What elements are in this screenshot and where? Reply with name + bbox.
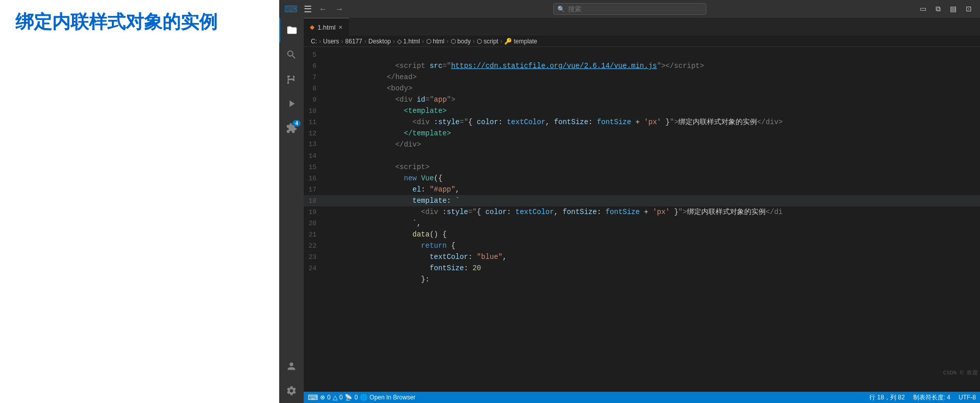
- tabbar: ◆ 1.html ✕: [304, 18, 980, 36]
- hamburger-menu-icon[interactable]: ☰: [304, 4, 312, 15]
- sidebar-item-source-control[interactable]: [279, 67, 304, 91]
- code-line-18: 18 <div :style="{ color: textColor, font…: [304, 195, 980, 206]
- code-line-17: 17 template: `: [304, 184, 980, 195]
- code-line-22: 22 textColor: "blue",: [304, 240, 980, 251]
- statusbar: ⌨ ⊗ 0 △ 0 📡 0 🌐 Open In Browser: [304, 392, 980, 403]
- tab-label: 1.html: [317, 23, 335, 31]
- ports-status[interactable]: 📡 0: [345, 394, 358, 401]
- ports-count: 0: [354, 394, 358, 401]
- vscode-icon-status: ⌨: [308, 393, 318, 401]
- layout-icon-4[interactable]: ⊡: [963, 4, 975, 14]
- code-line-9: 9 <template>: [304, 94, 980, 105]
- code-line-14: 14 <script>: [304, 150, 980, 161]
- vscode-editor: ⌨ ☰ ← → 🔍 ▭ ⧉ ▤ ⊡: [279, 0, 980, 403]
- error-count: 0: [327, 394, 331, 401]
- search-input[interactable]: [553, 3, 706, 15]
- tab-1html[interactable]: ◆ 1.html ✕: [304, 18, 349, 36]
- code-line-8: 8 <div id="app">: [304, 83, 980, 94]
- code-line-5: 5 <script src="https://cdn.staticfile.or…: [304, 49, 980, 60]
- code-line-24: 24 }:: [304, 263, 980, 274]
- sidebar-item-explorer[interactable]: [279, 18, 304, 42]
- statusbar-left: ⌨ ⊗ 0 △ 0 📡 0 🌐 Open In Browser: [308, 393, 415, 401]
- html-file-icon: ◆: [310, 23, 314, 31]
- extensions-badge: 4: [292, 120, 301, 127]
- code-line-21: 21 return {: [304, 229, 980, 240]
- tab-close-button[interactable]: ✕: [338, 25, 342, 30]
- layout-icon-3[interactable]: ▤: [947, 4, 960, 14]
- code-editor[interactable]: 5 <script src="https://cdn.staticfile.or…: [304, 47, 980, 392]
- titlebar-center: 🔍: [351, 3, 909, 15]
- open-browser-label: Open In Browser: [370, 394, 415, 401]
- forward-button[interactable]: →: [332, 4, 347, 15]
- code-line-16: 16 el: "#app",: [304, 173, 980, 184]
- antenna-icon: 📡: [345, 394, 352, 401]
- globe-icon: 🌐: [360, 394, 368, 401]
- layout-icon-1[interactable]: ▭: [917, 4, 929, 14]
- nav-arrows: ← →: [316, 4, 347, 15]
- sidebar-item-extensions[interactable]: 4: [279, 116, 304, 140]
- back-button[interactable]: ←: [316, 4, 330, 15]
- activity-bar: 4: [279, 18, 304, 403]
- page-title: 绑定内联样式对象的实例: [15, 10, 217, 34]
- sidebar-item-account[interactable]: [279, 354, 304, 378]
- search-icon: 🔍: [557, 6, 565, 13]
- error-icon: ⊗: [320, 394, 325, 401]
- warning-icon: △: [333, 394, 337, 401]
- search-wrapper: 🔍: [553, 3, 706, 15]
- errors-status[interactable]: ⊗ 0 △ 0: [320, 394, 342, 401]
- statusbar-right: 行 18，列 82 制表符长度: 4 UTF-8: [869, 393, 976, 402]
- vscode-logo-icon: ⌨: [284, 4, 298, 15]
- code-line-10: 10 <div :style="{ color: textColor, font…: [304, 105, 980, 116]
- sidebar-item-run[interactable]: [279, 91, 304, 116]
- watermark: CSDN © 欢迎: [943, 367, 978, 378]
- open-in-browser-status[interactable]: 🌐 Open In Browser: [360, 394, 415, 401]
- code-line-15: 15 new Vue({: [304, 161, 980, 173]
- titlebar: ⌨ ☰ ← → 🔍 ▭ ⧉ ▤ ⊡: [279, 0, 980, 18]
- cursor-position[interactable]: 行 18，列 82: [869, 393, 904, 402]
- window-controls: ▭ ⧉ ▤ ⊡: [917, 4, 975, 14]
- editor-main: 4 ◆ 1.html ✕ C: ›: [279, 18, 980, 403]
- left-title-area: 绑定内联样式对象的实例: [0, 0, 276, 403]
- sidebar-item-search[interactable]: [279, 42, 304, 67]
- breadcrumb: C: › Users › 86177 › Desktop › ◇ 1.html …: [304, 36, 980, 47]
- code-line-23: 23 fontSize: 20: [304, 251, 980, 263]
- sidebar-item-settings[interactable]: [279, 378, 304, 403]
- layout-icon-2[interactable]: ⧉: [933, 4, 944, 14]
- warning-count: 0: [339, 394, 343, 401]
- encoding[interactable]: UTF-8: [959, 393, 976, 402]
- tab-size[interactable]: 制表符长度: 4: [913, 393, 950, 402]
